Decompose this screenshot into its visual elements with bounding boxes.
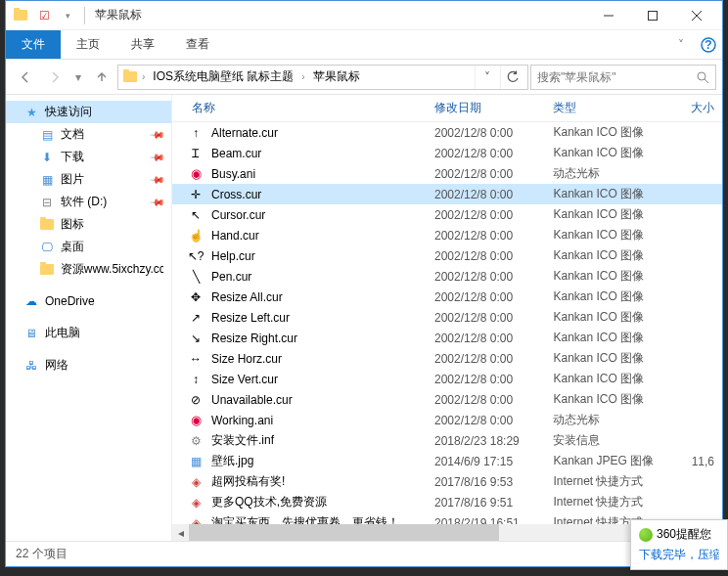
qat-dropdown-icon[interactable]: ▾ bbox=[57, 5, 78, 26]
window-title: 苹果鼠标 bbox=[95, 7, 142, 23]
file-row[interactable]: ✛Cross.cur2002/12/8 0:00Kankan ICO 图像 bbox=[172, 184, 722, 204]
file-name: Size Vert.cur bbox=[211, 373, 278, 386]
pin-icon: 📌 bbox=[150, 194, 165, 209]
scroll-left-icon[interactable]: ◂ bbox=[172, 524, 189, 541]
column-header-date[interactable]: 修改日期 bbox=[427, 96, 545, 120]
ribbon-expand-icon[interactable]: ˅ bbox=[667, 30, 695, 59]
file-row[interactable]: ◉Busy.ani2002/12/8 0:00动态光标 bbox=[172, 163, 722, 184]
sidebar-item-icon-folder[interactable]: 图标 bbox=[6, 213, 171, 236]
chevron-right-icon[interactable]: › bbox=[140, 71, 147, 82]
sidebar-item-downloads[interactable]: ⬇ 下载 📌 bbox=[6, 146, 171, 168]
content-area: ★ 快速访问 ▤ 文档 📌 ⬇ 下载 📌 ▦ 图片 📌 bbox=[6, 95, 722, 541]
file-row[interactable]: ↘Resize Right.cur2002/12/8 0:00Kankan IC… bbox=[172, 328, 722, 348]
up-button[interactable] bbox=[88, 64, 115, 91]
sidebar-item-onedrive[interactable]: ☁ OneDrive bbox=[6, 290, 171, 312]
column-header-type[interactable]: 类型 bbox=[545, 96, 675, 120]
file-name: 超网投稿有奖! bbox=[211, 473, 285, 490]
sidebar-item-pictures[interactable]: ▦ 图片 📌 bbox=[6, 168, 171, 191]
folder-icon bbox=[122, 69, 138, 85]
file-row[interactable]: ╲Pen.cur2002/12/8 0:00Kankan ICO 图像 bbox=[172, 266, 722, 287]
chevron-right-icon[interactable]: › bbox=[299, 71, 306, 82]
history-dropdown-icon[interactable]: ▾ bbox=[70, 70, 86, 84]
sidebar-item-documents[interactable]: ▤ 文档 📌 bbox=[6, 123, 171, 146]
file-row[interactable]: ◈超网投稿有奖!2017/8/16 9:53Internet 快捷方式 bbox=[172, 471, 722, 492]
file-row[interactable]: ☝Hand.cur2002/12/8 0:00Kankan ICO 图像 bbox=[172, 225, 722, 245]
minimize-button[interactable] bbox=[586, 1, 630, 29]
properties-icon[interactable]: ☑ bbox=[33, 5, 55, 26]
file-name: Unavailable.cur bbox=[211, 393, 293, 407]
search-input[interactable] bbox=[537, 70, 696, 84]
file-icon: ▦ bbox=[188, 454, 204, 469]
file-icon: ↕ bbox=[188, 372, 204, 387]
file-size: 11,6 bbox=[675, 455, 722, 468]
sidebar-item-disk-d[interactable]: ⊟ 软件 (D:) 📌 bbox=[6, 191, 171, 213]
file-date: 2002/12/8 0:00 bbox=[427, 414, 545, 427]
file-row[interactable]: ↔Size Horz.cur2002/12/8 0:00Kankan ICO 图… bbox=[172, 348, 722, 369]
pin-icon: 📌 bbox=[150, 126, 165, 142]
search-icon bbox=[696, 70, 709, 84]
file-icon: ↘ bbox=[188, 331, 204, 346]
column-header-name[interactable]: 名称 bbox=[184, 96, 427, 120]
tab-home[interactable]: 主页 bbox=[61, 30, 115, 59]
notification-title: 360提醒您 bbox=[657, 526, 711, 543]
refresh-button[interactable] bbox=[500, 66, 523, 89]
file-row[interactable]: ⚙安装文件.inf2018/2/23 18:29安装信息 bbox=[172, 430, 722, 451]
file-row[interactable]: ᏆBeam.cur2002/12/8 0:00Kankan ICO 图像 bbox=[172, 143, 722, 163]
file-row[interactable]: ↖Cursor.cur2002/12/8 0:00Kankan ICO 图像 bbox=[172, 204, 722, 225]
scrollbar-thumb[interactable] bbox=[189, 524, 499, 541]
sidebar-item-label: 此电脑 bbox=[45, 325, 80, 341]
address-bar[interactable]: › IOS系统电脑壁纸 鼠标主题 › 苹果鼠标 ˅ bbox=[117, 65, 528, 90]
file-row[interactable]: ▦壁纸.jpg2014/6/9 17:15Kankan JPEG 图像11,6 bbox=[172, 451, 722, 471]
file-row[interactable]: ↗Resize Left.cur2002/12/8 0:00Kankan ICO… bbox=[172, 307, 722, 328]
help-icon[interactable]: ? bbox=[695, 30, 722, 59]
pin-icon: 📌 bbox=[150, 149, 165, 164]
address-dropdown-icon[interactable]: ˅ bbox=[475, 66, 498, 89]
file-row[interactable]: ↕Size Vert.cur2002/12/8 0:00Kankan ICO 图… bbox=[172, 369, 722, 389]
svg-line-7 bbox=[705, 79, 708, 83]
file-row[interactable]: ◈更多QQ技术,免费资源2017/8/16 9:51Internet 快捷方式 bbox=[172, 492, 722, 512]
sidebar-item-resources[interactable]: 资源www.5ixchzy.cc bbox=[6, 258, 171, 281]
sidebar-item-network[interactable]: 🖧 网络 bbox=[6, 354, 171, 377]
maximize-button[interactable] bbox=[630, 1, 674, 29]
file-icon: ↖? bbox=[188, 248, 204, 264]
tab-view[interactable]: 查看 bbox=[170, 30, 225, 59]
file-type: Kankan ICO 图像 bbox=[545, 145, 675, 161]
scrollbar-track[interactable] bbox=[189, 524, 705, 541]
file-name: Cross.cur bbox=[211, 188, 261, 201]
breadcrumb[interactable]: IOS系统电脑壁纸 鼠标主题 bbox=[149, 66, 297, 87]
forward-button[interactable] bbox=[41, 64, 68, 91]
close-button[interactable] bbox=[674, 1, 718, 29]
column-header-size[interactable]: 大小 bbox=[675, 96, 722, 120]
quick-access-toolbar: ☑ ▾ bbox=[10, 5, 89, 26]
file-type: Kankan ICO 图像 bbox=[545, 268, 675, 285]
onedrive-icon: ☁ bbox=[23, 293, 39, 309]
back-button[interactable] bbox=[12, 64, 39, 91]
tab-share[interactable]: 共享 bbox=[115, 30, 170, 59]
file-date: 2002/12/8 0:00 bbox=[427, 270, 545, 284]
sidebar-item-label: 桌面 bbox=[61, 239, 84, 255]
sidebar-item-desktop[interactable]: 🖵 桌面 bbox=[6, 236, 171, 258]
sidebar-item-label: 软件 (D:) bbox=[61, 194, 107, 210]
file-name: 更多QQ技术,免费资源 bbox=[211, 494, 327, 510]
file-row[interactable]: ◉Working.ani2002/12/8 0:00动态光标 bbox=[172, 410, 722, 430]
tab-file[interactable]: 文件 bbox=[6, 30, 61, 59]
file-name: 安装文件.inf bbox=[211, 432, 274, 449]
sidebar-item-quick-access[interactable]: ★ 快速访问 bbox=[6, 101, 171, 123]
folder-icon bbox=[10, 5, 31, 26]
file-row[interactable]: ⊘Unavailable.cur2002/12/8 0:00Kankan ICO… bbox=[172, 389, 722, 410]
breadcrumb[interactable]: 苹果鼠标 bbox=[309, 66, 364, 87]
file-date: 2002/12/8 0:00 bbox=[427, 147, 545, 160]
file-row[interactable]: ↖?Help.cur2002/12/8 0:00Kankan ICO 图像 bbox=[172, 245, 722, 266]
sidebar-item-this-pc[interactable]: 🖥 此电脑 bbox=[6, 322, 171, 344]
file-date: 2014/6/9 17:15 bbox=[427, 455, 545, 468]
notification-popup[interactable]: 360提醒您 下载完毕，压缩 bbox=[630, 519, 728, 570]
file-date: 2002/12/8 0:00 bbox=[427, 393, 545, 407]
sidebar-item-label: 快速访问 bbox=[45, 104, 92, 120]
file-name: 淘宝买东西，先搜优惠卷。更省钱！ bbox=[211, 514, 399, 524]
sidebar-item-label: 图标 bbox=[61, 216, 84, 233]
file-icon: ↗ bbox=[188, 310, 204, 326]
file-list[interactable]: ↑Alternate.cur2002/12/8 0:00Kankan ICO 图… bbox=[172, 122, 722, 524]
file-row[interactable]: ✥Resize All.cur2002/12/8 0:00Kankan ICO … bbox=[172, 287, 722, 307]
file-row[interactable]: ↑Alternate.cur2002/12/8 0:00Kankan ICO 图… bbox=[172, 122, 722, 143]
search-box[interactable] bbox=[530, 65, 716, 90]
